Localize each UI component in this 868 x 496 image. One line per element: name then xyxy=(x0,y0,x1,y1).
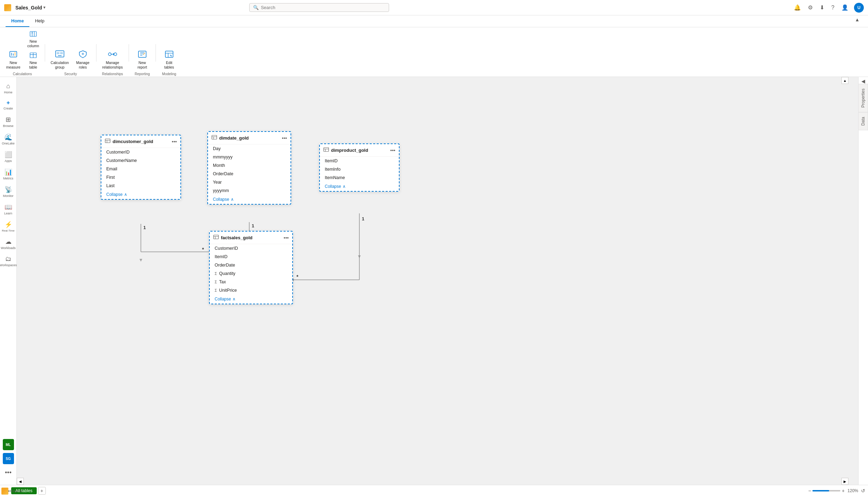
browse-icon: ⊞ xyxy=(6,116,11,123)
calculation-group-label: Calculationgroup xyxy=(51,61,69,69)
ribbon-group-reporting-items: Newreport xyxy=(132,47,153,71)
sidebar-item-apps[interactable]: ⬜ Apps xyxy=(0,148,16,165)
sidebar-item-realtime[interactable]: ⚡ Real-Time xyxy=(0,218,16,235)
svg-rect-53 xyxy=(214,235,218,239)
sidebar-item-onelake[interactable]: 🌊 OneLake xyxy=(0,130,16,148)
sidebar-more-button[interactable]: ••• xyxy=(2,466,14,479)
data-tab[interactable]: Data xyxy=(859,112,868,130)
dimproduct-menu-button[interactable]: ••• xyxy=(390,148,395,153)
dimdate-collapse-button[interactable]: Collapse ∧ xyxy=(208,195,290,204)
help-button[interactable]: ? xyxy=(830,3,836,12)
factsales-collapse-button[interactable]: Collapse ∧ xyxy=(210,295,292,304)
sidebar-item-create[interactable]: + Create xyxy=(0,97,16,113)
medallion-lab-workspace[interactable]: ML xyxy=(3,439,14,450)
workspace-title[interactable]: Sales_Gold ▾ xyxy=(15,5,45,10)
powerbi-icon xyxy=(4,4,11,11)
dimproduct-collapse-button[interactable]: Collapse ∧ xyxy=(320,182,399,191)
factsales-title: factsales_gold xyxy=(221,235,281,240)
svg-rect-50 xyxy=(324,148,329,151)
svg-text:1: 1 xyxy=(252,223,254,228)
svg-point-15 xyxy=(82,53,84,55)
user-avatar[interactable]: U xyxy=(854,3,864,13)
new-column-label: Newcolumn xyxy=(27,39,39,48)
manage-roles-icon xyxy=(77,49,88,60)
search-input[interactable] xyxy=(261,5,385,10)
dimcustomer-collapse-label: Collapse xyxy=(106,192,123,197)
factsales-collapse-icon: ∧ xyxy=(232,297,236,302)
sidebar-item-monitor[interactable]: 📡 Monitor xyxy=(0,183,16,200)
dimdate-title: dimdate_gold xyxy=(219,135,280,141)
dimdate-header: dimdate_gold ••• xyxy=(208,132,290,144)
right-panel: ◀ Properties Data xyxy=(858,77,868,485)
ribbon-group-security-label: Security xyxy=(62,71,80,77)
sidebar-item-workloads[interactable]: ☁ Workloads xyxy=(0,235,16,253)
create-icon: + xyxy=(7,100,10,106)
canvas-scroll-right[interactable]: ▶ xyxy=(841,478,848,485)
ribbon-collapse-icon[interactable]: ▲ xyxy=(852,15,862,27)
dimcustomer-header: dimcustomer_gold ••• xyxy=(101,135,180,148)
new-table-button[interactable]: Newtable xyxy=(24,50,42,71)
tab-home[interactable]: Home xyxy=(6,15,29,27)
download-button[interactable]: ⬇ xyxy=(818,3,826,12)
sidebar-item-learn[interactable]: 📖 Learn xyxy=(0,200,16,218)
factsales-menu-button[interactable]: ••• xyxy=(284,235,289,241)
sidebar-item-workspaces[interactable]: 🗂 Workspaces xyxy=(0,253,16,270)
dimcustomer-field-customername: CustomerName xyxy=(101,156,180,165)
separator-1 xyxy=(45,44,45,62)
powerbi-bottom-icon xyxy=(1,488,8,495)
table-dimcustomer: dimcustomer_gold ••• CustomerID Customer… xyxy=(101,135,181,200)
metrics-label: Metrics xyxy=(3,177,13,180)
sidebar-item-home[interactable]: ⌂ Home xyxy=(0,80,16,97)
sidebar: ⌂ Home + Create ⊞ Browse 🌊 OneLake ⬜ App… xyxy=(0,77,17,485)
properties-tab[interactable]: Properties xyxy=(859,84,868,112)
ribbon-group-reporting-label: Reporting xyxy=(132,71,152,77)
ribbon-group-modeling-items: Edittables xyxy=(159,47,180,71)
new-col-table-group: Newcolumn Newtable xyxy=(24,29,42,71)
sidebar-item-browse[interactable]: ⊞ Browse xyxy=(0,113,16,130)
dimdate-menu-button[interactable]: ••• xyxy=(282,135,287,141)
dimcustomer-field-customerid: CustomerID xyxy=(101,148,180,156)
calculation-group-button[interactable]: Calculationgroup xyxy=(48,47,72,71)
new-column-button[interactable]: Newcolumn xyxy=(24,29,42,49)
dimproduct-collapse-label: Collapse xyxy=(325,184,341,189)
tab-help[interactable]: Help xyxy=(29,15,50,27)
ribbon-group-relationships-items: Managerelationships xyxy=(99,47,125,71)
zoom-in-button[interactable]: + xyxy=(842,488,845,494)
dimcustomer-field-email: Email xyxy=(101,165,180,173)
create-label: Create xyxy=(3,107,13,110)
edit-tables-button[interactable]: Edittables xyxy=(159,47,180,71)
ribbon-group-calculations: Newmeasure Newcolumn Newtable xyxy=(3,29,42,77)
realtime-icon: ⚡ xyxy=(5,221,12,228)
zoom-out-button[interactable]: − xyxy=(808,488,811,494)
zoom-slider-fill xyxy=(812,490,829,491)
home-label: Home xyxy=(4,91,12,94)
sidebar-item-metrics[interactable]: 📊 Metrics xyxy=(0,165,16,183)
zoom-slider[interactable] xyxy=(812,490,840,491)
canvas-area[interactable]: 1 * 1 * 1 * xyxy=(17,77,858,485)
notification-button[interactable]: 🔔 xyxy=(792,3,802,12)
add-tab-button[interactable]: + xyxy=(38,487,46,495)
svg-rect-25 xyxy=(165,51,173,57)
ribbon-group-security-items: Calculationgroup Manageroles xyxy=(48,47,93,71)
settings-button[interactable]: ⚙ xyxy=(806,3,814,12)
ribbon-group-modeling: Edittables Modeling xyxy=(159,47,180,77)
manage-relationships-button[interactable]: Managerelationships xyxy=(99,47,125,71)
search-bar[interactable]: 🔍 xyxy=(249,3,389,12)
canvas-scroll-up[interactable]: ▲ xyxy=(841,77,848,84)
reset-zoom-button[interactable]: ↺ xyxy=(861,488,865,494)
share-button[interactable]: 👤 xyxy=(840,3,850,12)
sales-gold-workspace[interactable]: SG xyxy=(3,453,14,464)
new-report-button[interactable]: Newreport xyxy=(132,47,153,71)
manage-roles-button[interactable]: Manageroles xyxy=(72,47,93,71)
dimcustomer-menu-button[interactable]: ••• xyxy=(172,139,177,144)
svg-rect-13 xyxy=(60,52,63,54)
factsales-collapse-label: Collapse xyxy=(215,297,231,302)
dimproduct-table-icon xyxy=(323,147,329,154)
sum-icon-tax: Σ xyxy=(215,280,217,284)
new-measure-button[interactable]: Newmeasure xyxy=(3,47,24,71)
new-column-icon xyxy=(29,30,37,38)
dimcustomer-collapse-button[interactable]: Collapse ∧ xyxy=(101,190,180,199)
canvas-scroll-left[interactable]: ◀ xyxy=(17,478,24,485)
apps-label: Apps xyxy=(5,159,12,163)
new-measure-label: Newmeasure xyxy=(6,61,21,69)
